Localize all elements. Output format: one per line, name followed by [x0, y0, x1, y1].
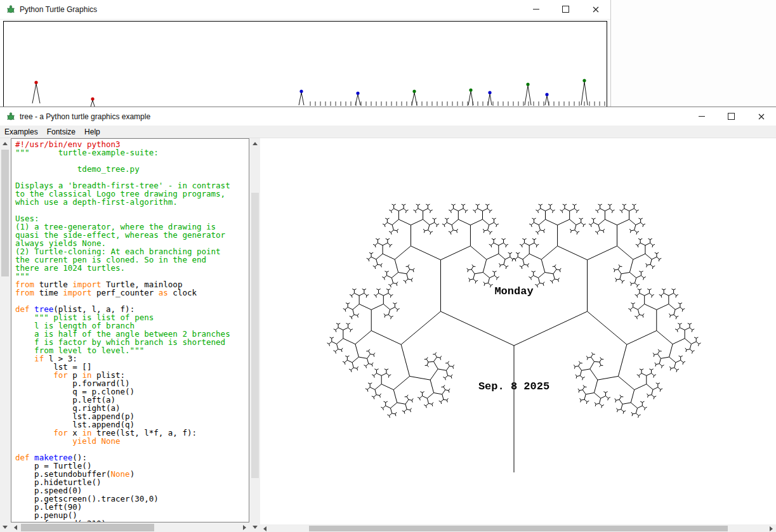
front-close-button[interactable] — [746, 107, 776, 126]
minimize-icon — [533, 9, 539, 10]
code-vscroll-thumb[interactable] — [1, 150, 9, 276]
back-titlebar: Python Turtle Graphics — [0, 0, 610, 20]
code-text[interactable]: #!/usr/bin/env python3""" turtle-example… — [11, 138, 249, 522]
front-window: tree - a Python turtle graphics example … — [0, 107, 776, 532]
scroll-up-arrow-icon[interactable] — [3, 142, 8, 145]
canvas-hscroll-thumb[interactable] — [309, 526, 728, 531]
turtle-canvas — [260, 138, 776, 524]
menu-examples[interactable]: Examples — [0, 127, 43, 137]
scroll-left-arrow-icon[interactable] — [263, 526, 266, 531]
minimize-icon — [699, 116, 705, 117]
back-window: Python Turtle Graphics — [0, 0, 611, 107]
back-canvas — [3, 21, 607, 107]
code-hscrollbar[interactable] — [11, 522, 249, 532]
back-close-button[interactable] — [581, 0, 610, 18]
menu-fontsize[interactable]: Fontsize — [43, 127, 80, 137]
menubar: Examples Fontsize Help — [0, 126, 776, 138]
scroll-down-arrow-icon[interactable] — [3, 526, 8, 529]
close-icon — [758, 114, 765, 120]
turtle-icon — [6, 4, 16, 15]
front-minimize-button[interactable] — [687, 107, 716, 126]
back-window-controls — [521, 0, 610, 18]
canvas-vscrollbar[interactable] — [250, 138, 260, 532]
close-icon — [593, 6, 599, 13]
front-window-title: tree - a Python turtle graphics example — [20, 112, 150, 121]
maximize-icon — [728, 113, 735, 120]
front-window-controls — [687, 107, 776, 126]
canvas-label-weekday: Monday — [494, 285, 533, 297]
scroll-down-arrow-icon[interactable] — [253, 526, 258, 529]
desktop: Python Turtle Graphics — [0, 0, 776, 532]
scroll-right-arrow-icon[interactable] — [243, 525, 246, 530]
code-hscroll-thumb[interactable] — [21, 524, 154, 531]
scroll-up-arrow-icon[interactable] — [253, 142, 258, 145]
maximize-icon — [562, 6, 569, 13]
front-maximize-button[interactable] — [716, 107, 746, 126]
back-maximize-button[interactable] — [551, 0, 581, 18]
canvas-area: Monday Sep. 8 2025 — [260, 138, 776, 524]
front-titlebar: tree - a Python turtle graphics example — [0, 107, 776, 126]
menu-help[interactable]: Help — [80, 127, 105, 137]
back-window-title: Python Turtle Graphics — [20, 5, 97, 14]
code-vscrollbar[interactable] — [0, 138, 10, 532]
scroll-left-arrow-icon[interactable] — [14, 525, 17, 530]
back-minimize-button[interactable] — [521, 0, 551, 18]
canvas-label-date: Sep. 8 2025 — [478, 380, 549, 393]
content: #!/usr/bin/env python3""" turtle-example… — [0, 138, 776, 532]
scroll-right-arrow-icon[interactable] — [770, 526, 773, 531]
turtle-icon — [6, 112, 16, 122]
canvas-vscroll-thumb[interactable] — [251, 193, 259, 478]
canvas-hscrollbar[interactable] — [260, 524, 776, 532]
